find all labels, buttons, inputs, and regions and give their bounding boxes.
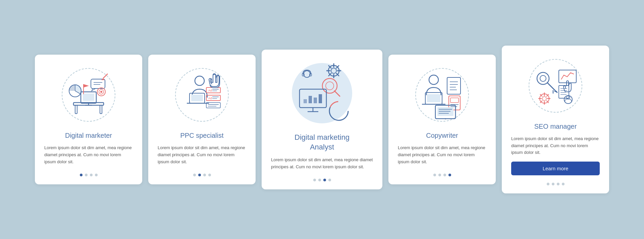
svg-point-89 bbox=[542, 97, 546, 101]
dot-3 bbox=[208, 174, 211, 176]
dot-1 bbox=[438, 174, 441, 176]
card-ppc-specialist: Ad Ad PPC specialist bbox=[148, 55, 256, 184]
dot-1 bbox=[85, 174, 88, 176]
dot-3 bbox=[448, 174, 451, 176]
digital-marketer-icon bbox=[63, 69, 114, 121]
icon-area-seo-manager bbox=[525, 56, 586, 116]
card-title-analyst: Digital marketing Analyst bbox=[294, 133, 350, 152]
svg-rect-21 bbox=[191, 95, 203, 101]
svg-rect-75 bbox=[437, 107, 453, 116]
svg-rect-71 bbox=[450, 98, 459, 103]
svg-rect-63 bbox=[427, 94, 440, 102]
dot-3 bbox=[95, 174, 98, 176]
analyst-icon bbox=[290, 61, 354, 126]
svg-line-46 bbox=[334, 91, 340, 96]
icon-area-digital-marketer bbox=[58, 65, 119, 125]
svg-rect-55 bbox=[304, 99, 307, 103]
dot-0 bbox=[193, 174, 196, 176]
icon-area-copywriter bbox=[412, 65, 472, 125]
svg-point-36 bbox=[331, 68, 336, 73]
icon-area-ppc-specialist: Ad Ad bbox=[172, 65, 232, 125]
card-digital-marketing-analyst: Digital marketing Analyst Lorem ipsum do… bbox=[262, 50, 382, 189]
card-copywriter: Copywriter Lorem ipsum dolor sit dim ame… bbox=[388, 55, 496, 184]
dot-2 bbox=[323, 179, 326, 181]
svg-point-61 bbox=[429, 75, 438, 84]
card-digital-marketer: Digital marketer Lorem ipsum dolor sit d… bbox=[35, 55, 142, 184]
svg-rect-7 bbox=[91, 79, 105, 88]
dot-1 bbox=[552, 183, 554, 185]
icon-area-analyst bbox=[288, 60, 356, 127]
dots-copywriter bbox=[433, 171, 451, 176]
svg-rect-65 bbox=[447, 77, 461, 94]
svg-line-11 bbox=[103, 74, 108, 78]
svg-point-48 bbox=[304, 71, 310, 77]
card-title-copywriter: Copywriter bbox=[426, 131, 458, 140]
svg-marker-15 bbox=[84, 84, 89, 87]
dot-2 bbox=[443, 174, 446, 176]
copywriter-icon bbox=[417, 69, 467, 121]
svg-point-47 bbox=[326, 82, 334, 90]
card-desc-seo-manager: Lorem ipsum dolor sit dim amet, mea regi… bbox=[511, 135, 600, 156]
svg-rect-58 bbox=[319, 94, 322, 103]
card-desc-copywriter: Lorem ipsum dolor sit dim amet, mea regi… bbox=[398, 144, 486, 165]
svg-text:Ad: Ad bbox=[208, 89, 212, 92]
dots-analyst bbox=[313, 176, 331, 181]
dot-3 bbox=[328, 179, 331, 181]
card-seo-manager: SEO manager Lorem ipsum dolor sit dim am… bbox=[502, 46, 609, 193]
svg-rect-1 bbox=[75, 105, 77, 114]
svg-point-18 bbox=[100, 91, 102, 93]
dot-2 bbox=[557, 183, 559, 185]
svg-text:Ad: Ad bbox=[208, 97, 212, 100]
card-title-seo-manager: SEO manager bbox=[534, 122, 577, 131]
dot-1 bbox=[318, 179, 321, 181]
svg-line-83 bbox=[547, 83, 557, 93]
dot-0 bbox=[433, 174, 436, 176]
svg-rect-2 bbox=[100, 105, 102, 114]
ppc-specialist-icon: Ad Ad bbox=[177, 69, 227, 121]
svg-point-82 bbox=[540, 75, 546, 81]
svg-marker-10 bbox=[92, 88, 96, 91]
card-title-ppc-specialist: PPC specialist bbox=[180, 131, 224, 140]
card-title-digital-marketer: Digital marketer bbox=[65, 131, 112, 140]
dot-0 bbox=[313, 179, 316, 181]
dot-1 bbox=[198, 174, 201, 176]
card-desc-analyst: Lorem ipsum dolor sit dim amet, mea regi… bbox=[271, 157, 373, 171]
dots-seo-manager bbox=[547, 180, 565, 185]
svg-rect-56 bbox=[309, 96, 312, 103]
svg-point-19 bbox=[195, 76, 204, 85]
cards-container: Digital marketer Lorem ipsum dolor sit d… bbox=[0, 36, 644, 203]
dot-0 bbox=[547, 183, 549, 185]
dot-0 bbox=[80, 174, 83, 176]
dots-ppc-specialist bbox=[193, 171, 211, 176]
svg-rect-4 bbox=[83, 94, 94, 101]
seo-manager-icon bbox=[530, 60, 581, 112]
card-desc-ppc-specialist: Lorem ipsum dolor sit dim amet, mea regi… bbox=[158, 144, 246, 165]
dots-digital-marketer bbox=[80, 171, 98, 176]
card-desc-digital-marketer: Lorem ipsum dolor sit dim amet, mea regi… bbox=[44, 144, 133, 165]
dot-2 bbox=[90, 174, 93, 176]
svg-rect-57 bbox=[314, 98, 317, 103]
dot-3 bbox=[562, 183, 565, 185]
learn-more-button[interactable]: Learn more bbox=[511, 162, 600, 175]
dot-2 bbox=[203, 174, 206, 176]
